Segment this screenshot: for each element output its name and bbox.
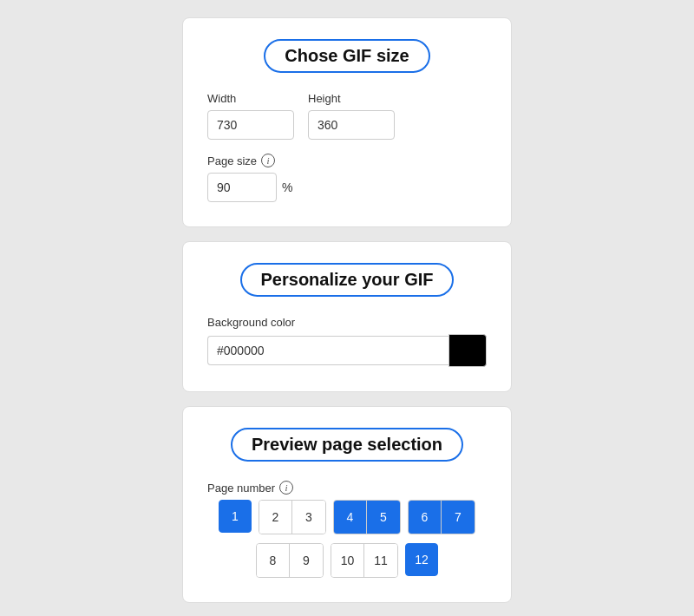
page-btn-1[interactable]: 1	[219, 500, 252, 533]
preview-page-card: Preview page selection Page number i 1 2…	[182, 406, 512, 603]
width-group: Width	[207, 92, 294, 140]
height-group: Height	[308, 92, 395, 140]
page-btn-group-10-11: 10 11	[331, 543, 398, 578]
page-row-2: 8 9 10 11 12	[207, 543, 487, 578]
percent-label: %	[282, 180, 292, 194]
page-buttons-grid: 1 2 3 4 5 6 7 8 9	[207, 500, 487, 578]
gif-size-card: Chose GIF size Width Height Page size i …	[182, 17, 512, 227]
page-btn-2[interactable]: 2	[259, 501, 292, 534]
personalize-title: Personalize your GIF	[240, 263, 455, 297]
page-btn-8[interactable]: 8	[257, 544, 290, 577]
section2-title-wrap: Personalize your GIF	[207, 263, 487, 312]
preview-page-title: Preview page selection	[231, 428, 463, 462]
page-size-input[interactable]	[207, 173, 277, 202]
page-btn-10[interactable]: 10	[331, 544, 364, 577]
section1-title-wrap: Chose GIF size	[207, 39, 487, 88]
page-row-1: 1 2 3 4 5 6 7	[207, 500, 487, 534]
page-number-info-icon[interactable]: i	[279, 481, 293, 495]
page-btn-12[interactable]: 12	[405, 543, 438, 576]
section3-title-wrap: Preview page selection	[207, 428, 487, 477]
width-label: Width	[207, 92, 294, 105]
bg-color-group: Background color	[207, 316, 487, 367]
width-input[interactable]	[207, 110, 294, 140]
page-btn-11[interactable]: 11	[364, 544, 397, 577]
page-btn-group-4-5: 4 5	[333, 500, 401, 534]
main-container: Chose GIF size Width Height Page size i …	[182, 17, 512, 603]
page-btn-6[interactable]: 6	[409, 501, 442, 534]
page-btn-4[interactable]: 4	[334, 501, 367, 534]
page-btn-3[interactable]: 3	[292, 501, 325, 534]
page-btn-group-2-3: 2 3	[259, 500, 326, 534]
gif-size-title: Chose GIF size	[264, 39, 429, 73]
page-size-info-icon[interactable]: i	[261, 154, 275, 167]
page-size-label: Page size i	[207, 154, 487, 167]
page-btn-7[interactable]: 7	[442, 501, 475, 534]
height-label: Height	[308, 92, 395, 105]
width-height-row: Width Height	[207, 92, 487, 140]
color-row	[207, 334, 487, 367]
bg-color-input[interactable]	[207, 336, 448, 365]
page-size-row: %	[207, 173, 487, 202]
page-number-label: Page number i	[207, 481, 487, 495]
personalize-card: Personalize your GIF Background color	[182, 241, 512, 392]
page-btn-group-8-9: 8 9	[256, 543, 324, 578]
page-size-group: Page size i %	[207, 154, 487, 202]
height-input[interactable]	[308, 110, 395, 140]
page-btn-group-6-7: 6 7	[408, 500, 475, 534]
page-btn-9[interactable]: 9	[290, 544, 323, 577]
bg-color-label: Background color	[207, 316, 487, 329]
color-swatch[interactable]	[448, 334, 487, 367]
page-btn-5[interactable]: 5	[367, 501, 400, 534]
